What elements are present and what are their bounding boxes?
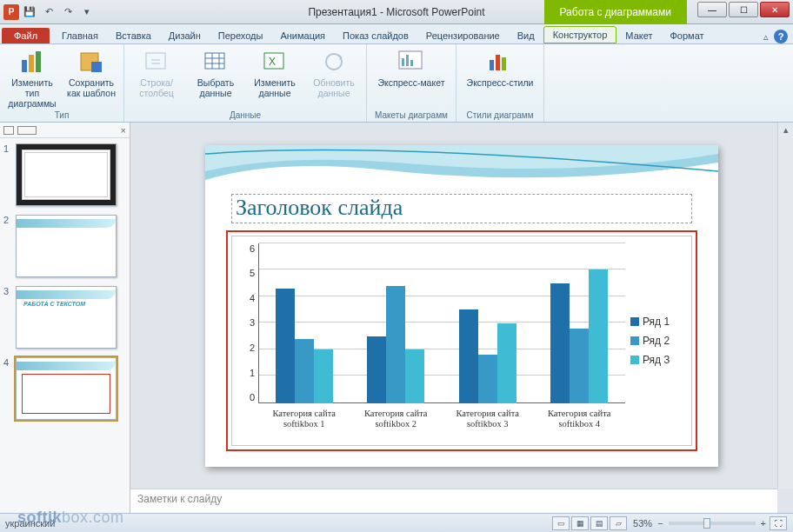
view-reading-button[interactable]: ▤ <box>590 516 608 530</box>
svg-rect-5 <box>146 53 165 69</box>
edit-data-button[interactable]: X Изменить данные <box>248 48 302 98</box>
legend-item: Ряд 2 <box>630 335 691 347</box>
svg-rect-13 <box>410 60 413 66</box>
zoom-out-button[interactable]: − <box>657 518 663 529</box>
zoom-slider[interactable] <box>669 522 756 525</box>
refresh-data-button[interactable]: Обновить данные <box>307 48 361 98</box>
thumb-row[interactable]: 1 <box>0 138 130 209</box>
slide-thumbnail-4[interactable] <box>16 357 117 420</box>
grid-icon <box>202 48 230 76</box>
svg-rect-1 <box>29 55 34 72</box>
scroll-up-icon[interactable]: ▴ <box>778 123 793 136</box>
chart-object[interactable]: 0123456 Категория сайта softikbox 1Катег… <box>231 236 692 446</box>
select-data-button[interactable]: Выбрать данные <box>189 48 243 98</box>
chart-legend[interactable]: Ряд 1 Ряд 2 Ряд 3 <box>630 236 691 445</box>
ribbon-group-type: Изменить тип диаграммы Сохранить как шаб… <box>0 44 124 122</box>
qat-more-icon[interactable]: ▾ <box>78 3 96 21</box>
ribbon-group-data: Строка/столбец Выбрать данные X Изменить… <box>124 44 367 122</box>
slide-thumbnail-1[interactable] <box>16 143 117 206</box>
view-sorter-button[interactable]: ▦ <box>571 516 589 530</box>
ribbon-group-chart-styles: Экспресс-стили Стили диаграмм <box>456 44 544 122</box>
notes-pane[interactable]: Заметки к слайду <box>130 489 777 513</box>
quick-styles-button[interactable]: Экспресс-стили <box>462 48 538 88</box>
zoom-percent[interactable]: 53% <box>633 518 652 529</box>
svg-rect-0 <box>22 60 27 72</box>
thumbnails-header: × <box>0 123 130 138</box>
chart-x-axis-labels: Категория сайта softikbox 1Категория сай… <box>258 407 625 443</box>
tab-insert[interactable]: Вставка <box>107 28 160 43</box>
layout-gallery-icon <box>397 48 425 76</box>
thumb-row[interactable]: 2 <box>0 209 130 281</box>
switch-row-column-button[interactable]: Строка/столбец <box>130 48 183 98</box>
svg-rect-11 <box>402 58 404 66</box>
redo-icon[interactable]: ↷ <box>59 3 77 21</box>
chart-selection-outline: 0123456 Категория сайта softikbox 1Катег… <box>226 230 697 451</box>
svg-text:X: X <box>269 56 276 68</box>
quick-access-toolbar: P 💾 ↶ ↷ ▾ <box>0 3 96 21</box>
thumb-row[interactable]: 3 РАБОТА С ТЕКСТОМ <box>0 281 130 352</box>
svg-rect-15 <box>496 55 500 70</box>
tab-design[interactable]: Дизайн <box>160 28 210 43</box>
slides-tab-icon[interactable] <box>17 126 37 135</box>
change-chart-type-button[interactable]: Изменить тип диаграммы <box>5 48 59 109</box>
slide-thumbnails-pane: × 1 2 3 РАБОТА С ТЕКСТОМ 4 <box>0 123 130 513</box>
undo-icon[interactable]: ↶ <box>40 3 57 21</box>
status-language[interactable]: украинский <box>5 518 55 529</box>
workspace: × 1 2 3 РАБОТА С ТЕКСТОМ 4 <box>0 123 793 513</box>
svg-rect-4 <box>91 62 102 72</box>
bar-chart-icon <box>18 48 46 76</box>
ribbon: Изменить тип диаграммы Сохранить как шаб… <box>0 44 793 123</box>
refresh-icon <box>320 48 348 76</box>
quick-layout-button[interactable]: Экспресс-макет <box>372 48 450 88</box>
powerpoint-icon: P <box>3 4 19 20</box>
zoom-in-button[interactable]: + <box>761 518 766 529</box>
tab-slideshow[interactable]: Показ слайдов <box>334 28 417 43</box>
close-pane-icon[interactable]: × <box>121 125 126 136</box>
view-normal-button[interactable]: ▭ <box>552 516 570 530</box>
svg-point-9 <box>326 54 342 70</box>
tab-file[interactable]: Файл <box>2 28 50 43</box>
slide-thumbnail-3[interactable]: РАБОТА С ТЕКСТОМ <box>16 286 117 349</box>
chart-bars <box>258 243 625 403</box>
chart-y-axis: 0123456 <box>237 243 255 403</box>
ribbon-minimize-icon[interactable]: ▵ <box>763 31 769 43</box>
tab-home[interactable]: Главная <box>53 28 107 43</box>
legend-item: Ряд 3 <box>630 354 691 366</box>
svg-rect-6 <box>205 53 224 69</box>
ribbon-group-chart-layouts: Экспресс-макет Макеты диаграмм <box>367 44 456 122</box>
title-bar: P 💾 ↶ ↷ ▾ Презентация1 - Microsoft Power… <box>0 0 793 24</box>
slide-background-swoosh <box>205 145 718 190</box>
outline-tab-icon[interactable] <box>3 126 14 135</box>
styles-icon <box>486 48 514 76</box>
slide[interactable]: Заголовок слайда 0123456 Категория сайта… <box>205 145 718 467</box>
slide-canvas-area: Заголовок слайда 0123456 Категория сайта… <box>130 123 793 513</box>
thumb-row[interactable]: 4 <box>0 352 130 423</box>
view-slideshow-button[interactable]: ▱ <box>610 516 627 530</box>
tab-transitions[interactable]: Переходы <box>210 28 272 43</box>
vertical-scrollbar[interactable]: ▴ <box>777 123 793 489</box>
template-save-icon <box>77 48 105 76</box>
tab-chart-design[interactable]: Конструктор <box>543 26 617 43</box>
status-bar: украинский ▭ ▦ ▤ ▱ 53% − + ⛶ <box>0 513 793 532</box>
close-button[interactable]: ✕ <box>760 2 790 17</box>
tab-animation[interactable]: Анимация <box>271 28 334 43</box>
excel-icon: X <box>261 48 289 76</box>
switch-icon <box>143 48 170 76</box>
tab-chart-format[interactable]: Формат <box>662 28 713 43</box>
tab-view[interactable]: Вид <box>509 28 543 43</box>
svg-rect-2 <box>36 51 41 72</box>
tab-review[interactable]: Рецензирование <box>417 28 509 43</box>
help-icon[interactable]: ? <box>774 30 788 43</box>
legend-item: Ряд 1 <box>630 316 691 328</box>
slide-title-placeholder[interactable]: Заголовок слайда <box>231 194 692 223</box>
fit-to-window-button[interactable]: ⛶ <box>770 516 787 530</box>
maximize-button[interactable]: ☐ <box>729 2 758 17</box>
minimize-button[interactable]: — <box>697 2 727 17</box>
tab-chart-layout[interactable]: Макет <box>616 28 661 43</box>
svg-rect-12 <box>406 55 409 66</box>
save-icon[interactable]: 💾 <box>21 3 38 21</box>
slide-thumbnail-2[interactable] <box>16 215 117 277</box>
svg-rect-16 <box>502 57 506 70</box>
chart-plot-area[interactable]: 0123456 Категория сайта softikbox 1Катег… <box>232 236 630 445</box>
save-as-template-button[interactable]: Сохранить как шаблон <box>64 48 118 98</box>
